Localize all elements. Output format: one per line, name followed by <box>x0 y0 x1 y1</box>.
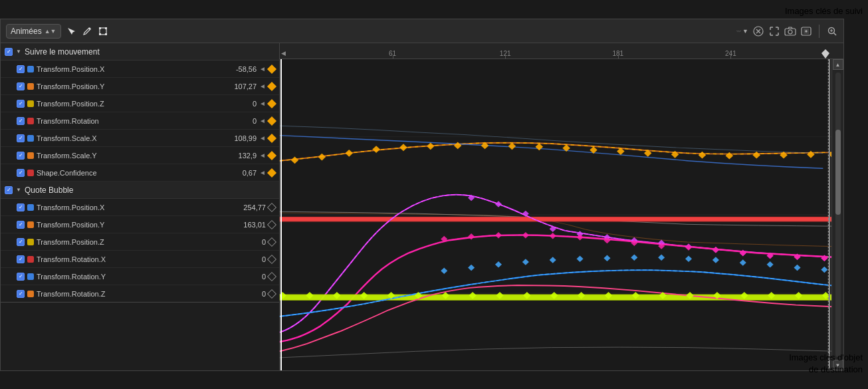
toolbar-separator <box>819 25 819 38</box>
scroll-thumb[interactable] <box>835 130 841 215</box>
param-checkbox[interactable] <box>17 169 25 177</box>
keyframe-diamond-empty[interactable] <box>267 237 276 246</box>
svg-rect-25 <box>508 142 516 150</box>
end-handle[interactable] <box>821 49 830 59</box>
param-checkbox[interactable] <box>17 255 25 263</box>
prev-keyframe-button[interactable]: ◄ <box>259 169 266 176</box>
svg-rect-88 <box>442 292 450 299</box>
param-color <box>27 256 34 263</box>
param-checkbox[interactable] <box>17 273 25 281</box>
svg-rect-83 <box>306 292 314 299</box>
transform-tool-button[interactable] <box>97 25 109 37</box>
keyframe-diamond[interactable] <box>267 150 276 160</box>
param-row: Transform.Position.Y 107,27 ◄ <box>1 78 279 95</box>
svg-rect-96 <box>659 292 667 299</box>
svg-rect-44 <box>631 237 637 243</box>
keyframe-diamond[interactable] <box>267 116 276 125</box>
group-quote-checkbox[interactable] <box>5 186 13 194</box>
prev-keyframe-button[interactable]: ◄ <box>259 152 266 159</box>
keyframe-diamond[interactable] <box>267 98 276 108</box>
param-checkbox[interactable] <box>17 221 25 229</box>
prev-keyframe-button[interactable]: ◄ <box>259 82 266 90</box>
timeline-content[interactable]: ▲ ▼ <box>280 59 843 370</box>
scroll-track[interactable] <box>835 72 841 357</box>
param-row: Transform.Scale.X 108,99 ◄ <box>1 130 279 147</box>
param-value: 0 <box>223 100 257 108</box>
prev-keyframe-button[interactable]: ◄ <box>259 100 266 107</box>
playhead[interactable] <box>280 59 282 370</box>
svg-rect-35 <box>780 152 788 159</box>
svg-rect-36 <box>807 151 815 158</box>
keyframe-diamond-empty[interactable] <box>267 202 276 211</box>
toolbar-left: Animées ▲▼ <box>6 24 285 39</box>
param-checkbox[interactable] <box>17 238 25 246</box>
param-name: Transform.Scale.Y <box>37 152 221 160</box>
svg-rect-86 <box>387 292 395 299</box>
svg-rect-51 <box>821 255 827 261</box>
timeline-scrollbar[interactable]: ▲ ▼ <box>831 59 843 370</box>
svg-rect-73 <box>603 255 610 261</box>
svg-rect-62 <box>712 247 719 253</box>
keyframe-diamond-empty[interactable] <box>267 289 276 298</box>
svg-rect-70 <box>522 259 529 265</box>
prev-keyframe-button[interactable]: ◄ <box>259 134 266 142</box>
svg-rect-45 <box>658 240 665 246</box>
keyframe-button[interactable] <box>800 25 812 37</box>
svg-rect-31 <box>671 151 679 158</box>
prev-keyframe-button[interactable]: ◄ <box>259 117 266 124</box>
keyframe-diamond-empty[interactable] <box>267 271 276 281</box>
param-checkbox[interactable] <box>17 134 25 142</box>
param-checkbox[interactable] <box>17 152 25 160</box>
svg-rect-94 <box>605 292 613 299</box>
group-suivre[interactable]: ▼ Suivre le mouvement <box>1 43 279 61</box>
keyframe-diamond-empty[interactable] <box>267 254 276 263</box>
param-checkbox[interactable] <box>17 290 25 298</box>
param-color <box>27 135 34 142</box>
keyframe-diamond[interactable] <box>267 168 276 177</box>
timeline-ruler: ◀ 61 121 181 241 <box>280 43 843 59</box>
group-suivre-checkbox[interactable] <box>5 48 13 56</box>
cursor-tool-button[interactable] <box>65 25 77 37</box>
group-quote[interactable]: ▼ Quote Bubble <box>1 182 279 199</box>
expand-button[interactable] <box>768 25 780 37</box>
svg-rect-46 <box>685 243 692 249</box>
svg-rect-4 <box>99 33 101 35</box>
svg-rect-85 <box>360 292 368 299</box>
animation-dropdown[interactable]: Animées ▲▼ <box>6 24 61 39</box>
toolbar: Animées ▲▼ <box>1 19 843 43</box>
svg-rect-19 <box>345 150 353 157</box>
param-row: Transform.Scale.Y 132,9 ◄ <box>1 147 279 164</box>
svg-rect-52 <box>441 236 447 242</box>
param-value: 0 <box>233 290 266 298</box>
svg-rect-43 <box>603 234 610 240</box>
keyframe-diamond[interactable] <box>267 64 276 73</box>
close-circle-button[interactable] <box>752 25 764 37</box>
ruler-tick <box>618 55 619 59</box>
param-checkbox[interactable] <box>17 117 25 125</box>
param-value: 0 <box>223 117 257 125</box>
svg-rect-69 <box>495 261 502 267</box>
param-name: Transform.Position.X <box>37 65 221 73</box>
group-quote-label: Quote Bubble <box>25 186 73 195</box>
keyframe-diamond[interactable] <box>267 133 276 142</box>
param-checkbox[interactable] <box>17 65 25 73</box>
param-checkbox[interactable] <box>17 82 25 90</box>
timeline-panel[interactable]: ◀ 61 121 181 241 <box>280 43 843 370</box>
keyframe-diamond[interactable] <box>267 81 276 90</box>
camera-button[interactable] <box>784 25 796 37</box>
param-value: 107,27 <box>223 82 257 90</box>
svg-rect-27 <box>562 144 570 152</box>
prev-keyframe-button[interactable]: ◄ <box>259 65 266 72</box>
param-row-transform-rotation: Transform.Rotation 0 ◄ <box>1 112 279 130</box>
scroll-up-button[interactable]: ▲ <box>833 59 843 70</box>
svg-rect-63 <box>740 250 746 256</box>
param-checkbox[interactable] <box>17 100 25 108</box>
zoom-button[interactable] <box>826 25 838 37</box>
svg-rect-28 <box>590 146 597 154</box>
keyframe-diamond-empty[interactable] <box>267 219 276 229</box>
waveform-button[interactable]: ▼ <box>736 25 748 37</box>
svg-rect-74 <box>631 255 637 261</box>
param-checkbox[interactable] <box>17 203 25 211</box>
pen-tool-button[interactable] <box>81 25 93 37</box>
svg-rect-47 <box>712 247 719 253</box>
